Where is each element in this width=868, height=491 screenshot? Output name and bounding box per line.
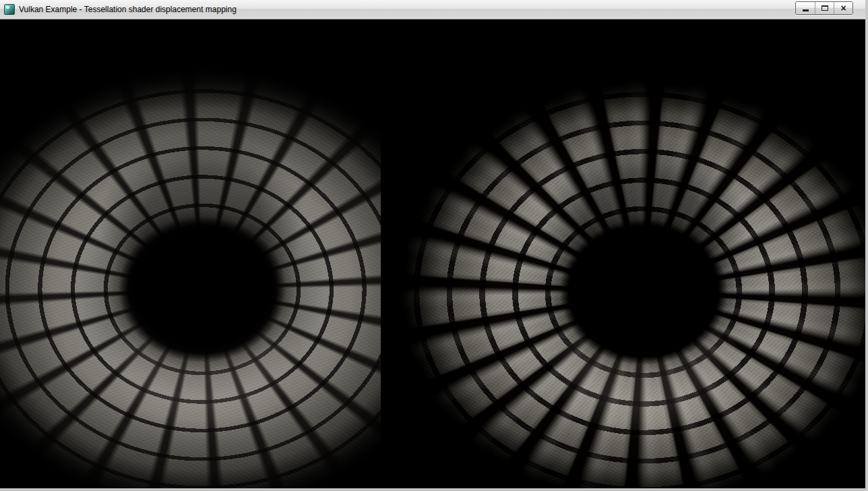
maximize-icon [822,5,828,11]
close-button[interactable]: × [834,2,852,14]
app-icon[interactable] [4,4,15,15]
minimize-icon [803,9,809,11]
app-window: Vulkan Example - Tessellation shader dis… [0,0,868,491]
minimize-button[interactable] [796,2,815,14]
torus-with-displacement [381,34,865,488]
maximize-button[interactable] [815,2,834,14]
titlebar[interactable]: Vulkan Example - Tessellation shader dis… [0,0,865,20]
close-icon: × [840,3,846,13]
window-controls: × [795,1,853,15]
render-viewport[interactable] [0,20,865,488]
window-title: Vulkan Example - Tessellation shader dis… [19,0,237,19]
